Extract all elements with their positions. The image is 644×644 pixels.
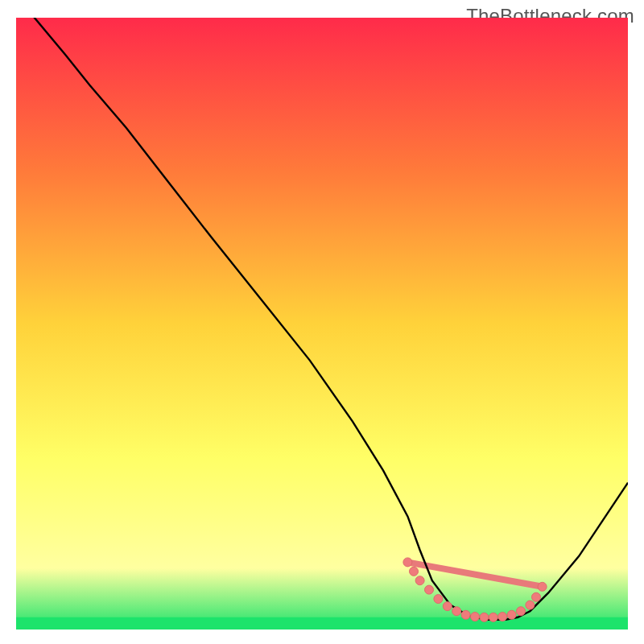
marker-dot (480, 613, 489, 621)
marker-dot (538, 582, 547, 591)
marker-dot (452, 607, 461, 616)
green-bottom-band (16, 617, 628, 630)
marker-dot (532, 592, 541, 601)
marker-dot (443, 602, 452, 611)
marker-dot (410, 567, 419, 576)
marker-dot (403, 558, 412, 567)
gradient-background (16, 18, 628, 630)
marker-dot (517, 607, 526, 616)
marker-dot (498, 613, 507, 621)
marker-dot (507, 610, 516, 619)
marker-dot (471, 613, 480, 621)
marker-dot (415, 576, 424, 585)
marker-dot (434, 595, 443, 604)
marker-dot (461, 610, 470, 619)
chart-svg (16, 18, 628, 630)
marker-dot (526, 601, 535, 609)
marker-dot (489, 613, 497, 621)
chart-plot-area (16, 18, 628, 630)
marker-dot (425, 585, 434, 594)
